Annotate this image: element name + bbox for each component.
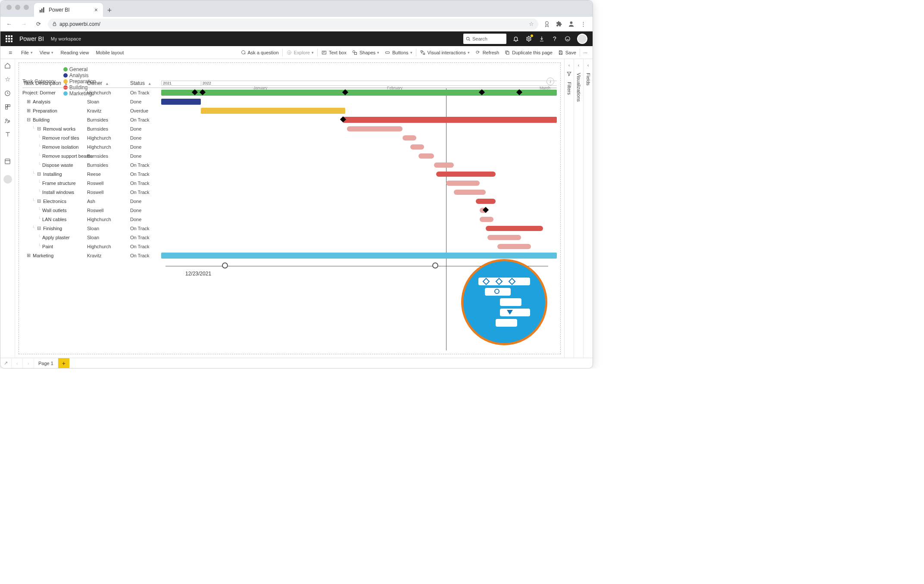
legend-item[interactable]: Analysis xyxy=(63,72,96,78)
fields-pane[interactable]: ‹ Fields xyxy=(583,59,593,358)
brand-label[interactable]: Power BI xyxy=(19,35,44,42)
prev-page-button[interactable]: ‹ xyxy=(12,358,23,368)
view-menu[interactable]: View▾ xyxy=(36,46,57,59)
home-icon[interactable] xyxy=(0,62,15,69)
gantt-bar[interactable] xyxy=(436,172,496,177)
gantt-bar[interactable] xyxy=(403,135,416,141)
nav-hamburger-icon[interactable]: ≡ xyxy=(3,49,18,56)
mac-zoom-button[interactable] xyxy=(24,5,29,10)
slider-handle-start[interactable] xyxy=(222,262,228,269)
filters-pane[interactable]: ‹ Filters xyxy=(564,59,574,358)
report-canvas[interactable]: Task Category General Analysis Preparati… xyxy=(19,62,561,354)
recent-icon[interactable] xyxy=(0,89,15,97)
task-label: Paint xyxy=(42,244,53,249)
task-label: Remove roof tiles xyxy=(42,135,79,141)
help-icon[interactable]: ? xyxy=(551,35,558,42)
ask-question-button[interactable]: Ask a question xyxy=(237,50,281,56)
save-button[interactable]: Save xyxy=(555,50,579,56)
legend-item[interactable]: General xyxy=(63,66,96,72)
bookmark-star-icon[interactable]: ☆ xyxy=(529,21,534,27)
gantt-bar[interactable] xyxy=(486,226,543,231)
shapes-button[interactable]: Shapes▾ xyxy=(349,50,382,56)
mac-minimize-button[interactable] xyxy=(15,5,20,10)
workspaces-icon[interactable] xyxy=(0,158,15,166)
gantt-bar[interactable] xyxy=(434,162,454,168)
task-label: Finishing xyxy=(43,226,62,231)
new-tab-button[interactable]: + xyxy=(103,4,116,17)
reload-button[interactable]: ⟳ xyxy=(33,19,44,29)
gantt-bar[interactable] xyxy=(487,235,521,240)
shared-icon[interactable] xyxy=(0,117,15,125)
refresh-button[interactable]: ⟳Refresh xyxy=(472,50,502,56)
extensions-icon[interactable] xyxy=(555,20,563,28)
status-cell: Done xyxy=(130,217,161,222)
collapse-icon[interactable]: ⊟ xyxy=(36,172,41,177)
add-page-button[interactable]: + xyxy=(58,358,69,368)
expand-icon[interactable]: ⊞ xyxy=(26,253,31,258)
col-status[interactable]: Status ▲ xyxy=(130,80,161,86)
task-label: Removal works xyxy=(43,126,75,131)
gantt-bar[interactable] xyxy=(454,190,485,195)
apps-icon[interactable] xyxy=(0,103,15,111)
more-menu[interactable]: ··· xyxy=(581,50,590,55)
collapse-icon[interactable]: ⊟ xyxy=(36,226,41,231)
gantt-bar[interactable] xyxy=(446,181,480,186)
close-tab-icon[interactable]: × xyxy=(94,6,98,13)
mobile-layout-button[interactable]: Mobile layout xyxy=(92,46,127,59)
gantt-bar[interactable] xyxy=(161,90,557,96)
col-task-description[interactable]: Task Description ▲ xyxy=(22,80,87,86)
download-icon[interactable] xyxy=(538,35,545,42)
visual-interactions-button[interactable]: Visual interactions▾ xyxy=(417,50,472,56)
forward-button[interactable]: → xyxy=(19,19,29,29)
my-workspace-avatar[interactable] xyxy=(3,175,12,184)
expand-icon[interactable]: ⊞ xyxy=(26,108,31,113)
gantt-bar[interactable] xyxy=(418,153,434,159)
workspace-label[interactable]: My workspace xyxy=(51,36,81,41)
popout-icon[interactable]: ↗ xyxy=(0,358,12,368)
reading-view-button[interactable]: Reading view xyxy=(57,46,92,59)
slider-handle-end[interactable] xyxy=(432,262,438,269)
textbox-button[interactable]: Text box xyxy=(318,50,349,56)
chrome-menu-icon[interactable]: ⋮ xyxy=(579,20,587,28)
mac-close-button[interactable] xyxy=(6,5,12,10)
gantt-bar[interactable] xyxy=(343,117,557,123)
favorites-icon[interactable]: ☆ xyxy=(0,75,15,83)
gantt-bar[interactable] xyxy=(161,253,557,259)
gantt-bar[interactable] xyxy=(347,126,403,131)
browser-tab[interactable]: Power BI × xyxy=(34,3,103,17)
chevron-left-icon[interactable]: ‹ xyxy=(587,62,589,68)
chevron-left-icon[interactable]: ‹ xyxy=(578,62,580,68)
gantt-bar[interactable] xyxy=(201,108,345,114)
search-input[interactable]: Search xyxy=(463,34,506,44)
gantt-bar[interactable] xyxy=(161,99,201,105)
collapse-icon[interactable]: ⊟ xyxy=(36,199,41,204)
gantt-bar[interactable] xyxy=(480,217,493,222)
next-page-button[interactable]: › xyxy=(23,358,34,368)
page-tab[interactable]: Page 1 xyxy=(34,358,58,368)
col-owner[interactable]: Owner ▲ xyxy=(87,80,130,86)
app-launcher-icon[interactable] xyxy=(6,35,13,42)
user-avatar[interactable] xyxy=(577,34,587,44)
gantt-bar[interactable] xyxy=(497,244,531,249)
collapse-icon[interactable]: ⊟ xyxy=(36,126,41,131)
settings-icon[interactable] xyxy=(525,35,532,42)
chevron-left-icon[interactable]: ‹ xyxy=(568,62,570,68)
gantt-bar[interactable] xyxy=(476,199,496,204)
address-bar[interactable]: app.powerbi.com/ ☆ xyxy=(48,19,538,30)
filters-icon xyxy=(566,71,572,77)
explore-button[interactable]: Explore▾ xyxy=(284,50,316,56)
explore-icon xyxy=(286,50,292,56)
learn-icon[interactable] xyxy=(0,131,15,138)
feedback-icon[interactable] xyxy=(564,35,571,42)
chrome-reward-icon[interactable] xyxy=(543,20,551,28)
duplicate-page-button[interactable]: Duplicate this page xyxy=(502,50,555,56)
buttons-button[interactable]: Buttons▾ xyxy=(382,50,415,56)
back-button[interactable]: ← xyxy=(4,19,14,29)
file-menu[interactable]: File▾ xyxy=(18,46,36,59)
gantt-bar[interactable] xyxy=(410,144,424,150)
notifications-icon[interactable] xyxy=(512,35,519,42)
visualizations-pane[interactable]: ‹ Visualizations xyxy=(574,59,583,358)
expand-icon[interactable]: ⊞ xyxy=(26,99,31,104)
profile-icon[interactable] xyxy=(567,20,575,28)
collapse-icon[interactable]: ⊟ xyxy=(26,117,31,122)
